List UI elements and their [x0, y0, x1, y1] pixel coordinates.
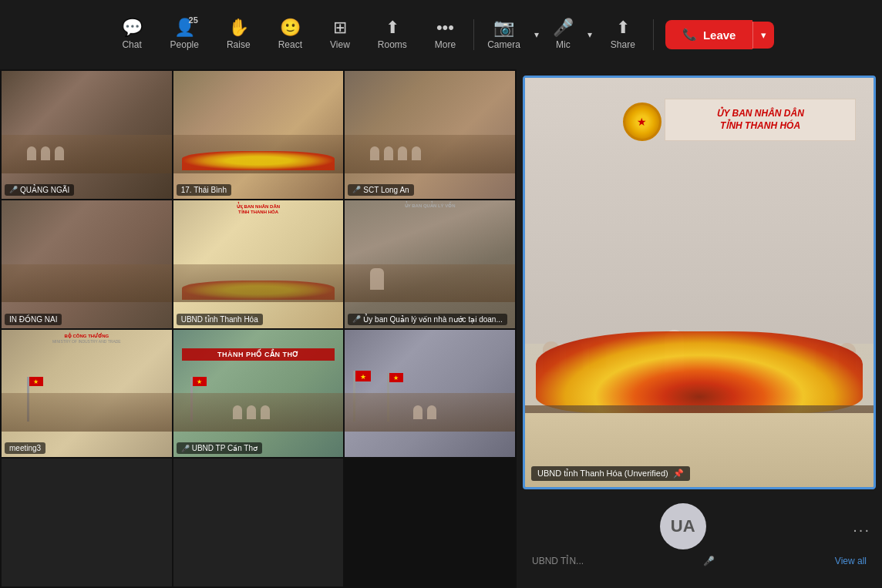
camera-button[interactable]: 📷 Camera: [478, 13, 530, 56]
video-grid: 🎤 QUẢNG NGÃI 17. Thái Bình: [0, 69, 517, 588]
camera-group: 📷 Camera ▾: [478, 13, 544, 56]
rooms-icon: ⬆: [385, 19, 399, 36]
rooms-button[interactable]: ⬆ Rooms: [364, 13, 421, 56]
people-label: People: [170, 39, 199, 50]
view-all-button[interactable]: View all: [835, 556, 867, 566]
people-icon: 👤25: [174, 19, 195, 36]
share-label: Share: [611, 39, 635, 50]
raise-button[interactable]: ✋ Raise: [213, 13, 264, 56]
share-icon: ⬆: [616, 19, 630, 36]
ua-avatar: UA: [660, 503, 706, 549]
mic-button[interactable]: 🎤 Mic: [544, 13, 583, 56]
participants-panel: UA ... UBND TỈN... 🎤 View all: [517, 496, 882, 588]
participants-footer: UBND TỈN... 🎤 View all: [528, 556, 870, 566]
tile-quang-ngai-label: 🎤 QUẢNG NGÃI: [5, 184, 74, 196]
tile-bottom-left[interactable]: ★ ★: [345, 330, 515, 458]
tile-mic-icon-4: 🎤: [181, 445, 190, 452]
tile-quang-ngai[interactable]: 🎤 QUẢNG NGÃI: [2, 71, 172, 199]
tile-tp-can-tho-label: 🎤 UBND TP Cần Thơ: [177, 442, 262, 454]
camera-label: Camera: [487, 39, 520, 50]
chat-icon: 💬: [122, 19, 143, 36]
active-speaker-label: UBND tỉnh Thanh Hóa (Unverified) 📌: [531, 466, 690, 481]
mic-dropdown[interactable]: ▾: [583, 15, 597, 54]
tile-thai-binh[interactable]: 17. Thái Bình: [173, 71, 344, 199]
chat-label: Chat: [122, 39, 141, 50]
rooms-label: Rooms: [378, 39, 407, 50]
tile-dong-nai-label: IN ĐỒNG NAI: [5, 314, 62, 325]
participant-mic-icon: 🎤: [703, 556, 715, 566]
speaker-wall-title-2: TỈNH THANH HÓA: [672, 119, 850, 133]
active-speaker-name: UBND tỉnh Thanh Hóa (Unverified): [537, 469, 668, 479]
share-button[interactable]: ⬆ Share: [597, 13, 649, 56]
mic-label: Mic: [556, 39, 571, 50]
mic-group: 🎤 Mic ▾: [544, 13, 597, 56]
tile-tp-can-tho-banner: THÀNH PHỐ CẦN THƠ: [182, 348, 335, 361]
view-button[interactable]: ⊞ View: [316, 13, 364, 56]
tile-thai-binh-label: 17. Thái Bình: [177, 184, 231, 196]
phone-icon: 📞: [682, 28, 697, 42]
people-button[interactable]: 👤25 People: [157, 13, 213, 56]
toolbar: 💬 Chat 👤25 People ✋ Raise 🙂 React ⊞ View…: [0, 0, 882, 69]
camera-dropdown[interactable]: ▾: [530, 15, 544, 54]
view-label: View: [330, 39, 350, 50]
tile-ubnd-thanh-hoa[interactable]: ỦY BAN NHÂN DÂNTỈNH THANH HÓA UBND tỉnh …: [173, 200, 344, 328]
toolbar-separator: [473, 19, 474, 50]
view-icon: ⊞: [333, 19, 347, 36]
right-panel: ★ ỦY BAN NHÂN DÂN TỈNH THANH HÓA: [517, 69, 882, 588]
tile-ubqlv[interactable]: ỦY BAN QUẢN LÝ VỐN 🎤 Ủy ban Quản lý vốn …: [345, 200, 515, 328]
more-label: More: [435, 39, 456, 50]
tile-sct-long-an[interactable]: 🎤 SCT Long An: [345, 71, 515, 199]
leave-label: Leave: [703, 29, 736, 42]
tile-dong-nai[interactable]: IN ĐỒNG NAI: [2, 200, 172, 328]
chat-button[interactable]: 💬 Chat: [108, 13, 157, 56]
participant-name: UBND TỈN...: [532, 556, 584, 566]
react-label: React: [278, 39, 302, 50]
react-button[interactable]: 🙂 React: [264, 13, 316, 56]
tile-ubqlv-label: 🎤 Ủy ban Quản lý vốn nhà nước tại doan..…: [348, 314, 507, 325]
ua-section: UA ...: [528, 503, 870, 549]
more-icon: •••: [436, 19, 454, 36]
more-button[interactable]: ••• More: [421, 13, 470, 56]
active-speaker-tile[interactable]: ★ ỦY BAN NHÂN DÂN TỈNH THANH HÓA: [523, 76, 876, 489]
raise-icon: ✋: [228, 19, 249, 36]
main-content: 🎤 QUẢNG NGÃI 17. Thái Bình: [0, 69, 882, 588]
tile-empty2: [173, 459, 344, 586]
tile-meeting3-label: meeting3: [5, 442, 45, 454]
tile-bo-cong-thuong[interactable]: BỘ CÔNG THƯƠNG MINISTRY OF INDUSTRY AND …: [2, 330, 172, 458]
speaker-wall-title-1: ỦY BAN NHÂN DÂN: [672, 107, 850, 120]
mic-icon: 🎤: [553, 19, 574, 36]
tile-mic-icon-2: 🎤: [352, 186, 361, 193]
tile-mic-icon: 🎤: [9, 186, 18, 193]
tile-ubnd-thanh-hoa-label: UBND tỉnh Thanh Hóa: [177, 314, 263, 325]
camera-icon: 📷: [493, 19, 514, 36]
tile-mic-icon-3: 🎤: [352, 315, 361, 323]
react-icon: 🙂: [280, 19, 301, 36]
tile-tp-can-tho[interactable]: THÀNH PHỐ CẦN THƠ ★ 🎤 UBND TP Cần Thơ: [173, 330, 344, 458]
raise-label: Raise: [227, 39, 251, 50]
leave-button[interactable]: 📞 Leave: [665, 20, 753, 49]
tile-empty1: [2, 459, 172, 586]
pin-icon: 📌: [673, 469, 684, 479]
tile-sct-long-an-label: 🎤 SCT Long An: [348, 184, 413, 196]
toolbar-separator-2: [653, 19, 654, 50]
leave-group: 📞 Leave ▾: [665, 20, 775, 49]
ua-more-dots[interactable]: ...: [853, 518, 870, 536]
leave-dropdown-button[interactable]: ▾: [752, 22, 774, 49]
